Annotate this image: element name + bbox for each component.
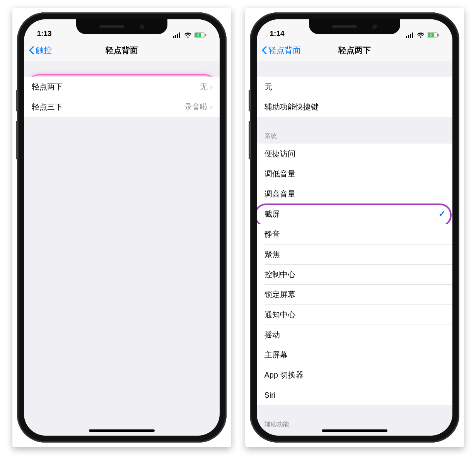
phone-frame-left: 1:13 触控 轻点背面 轻点两下 无 › xyxy=(17,12,227,443)
svg-rect-10 xyxy=(412,32,413,38)
row-shake[interactable]: 摇动 xyxy=(257,325,452,345)
row-reachability[interactable]: 便捷访问 xyxy=(257,144,452,164)
group-top: 无 辅助功能快捷键 xyxy=(257,77,452,117)
notch xyxy=(309,19,400,34)
chevron-right-icon: › xyxy=(210,82,213,91)
row-label: 锁定屏幕 xyxy=(264,289,295,300)
back-label: 触控 xyxy=(36,45,52,56)
checkmark-icon: ✓ xyxy=(438,209,445,219)
row-volume-up[interactable]: 调高音量 xyxy=(257,184,452,204)
row-siri[interactable]: Siri xyxy=(257,385,452,405)
row-label: 控制中心 xyxy=(264,269,295,280)
row-a11y-shortcut[interactable]: 辅助功能快捷键 xyxy=(257,97,452,117)
row-label: 调高音量 xyxy=(264,189,295,199)
svg-rect-0 xyxy=(173,36,174,38)
content: 无 辅助功能快捷键 系统 便捷访问 调低音量 调高音量 截屏 xyxy=(257,61,452,436)
battery-icon xyxy=(427,32,439,38)
svg-rect-3 xyxy=(179,32,180,38)
row-mute[interactable]: 静音 xyxy=(257,224,452,244)
svg-rect-5 xyxy=(205,34,206,36)
svg-rect-2 xyxy=(177,34,178,38)
status-right xyxy=(406,32,439,38)
group-title-system: 系统 xyxy=(257,132,452,144)
back-label: 轻点背面 xyxy=(268,45,301,56)
row-app-switcher[interactable]: App 切换器 xyxy=(257,365,452,385)
status-time: 1:14 xyxy=(270,29,285,38)
row-triple-tap[interactable]: 轻点三下 录音啦 › xyxy=(24,97,220,117)
svg-rect-9 xyxy=(410,34,411,38)
right-card: 1:14 轻点背面 轻点两下 无 辅助功能快捷键 xyxy=(245,8,464,447)
page-title: 轻点背面 xyxy=(24,45,220,56)
row-label: App 切换器 xyxy=(264,370,304,380)
row-value: 无 › xyxy=(200,82,213,92)
row-label: 便捷访问 xyxy=(264,149,295,159)
row-label: 调低音量 xyxy=(264,169,295,179)
battery-icon xyxy=(194,32,206,38)
wifi-icon xyxy=(417,32,425,38)
status-time: 1:13 xyxy=(37,29,52,38)
home-indicator[interactable] xyxy=(322,429,387,432)
notch xyxy=(76,19,167,34)
nav-header: 触控 轻点背面 xyxy=(24,39,220,61)
row-label: Siri xyxy=(264,391,276,400)
content: 轻点两下 无 › 轻点三下 录音啦 › xyxy=(24,61,220,436)
screen-right: 1:14 轻点背面 轻点两下 无 辅助功能快捷键 xyxy=(257,19,452,436)
row-screenshot[interactable]: 截屏 ✓ xyxy=(257,204,452,224)
signal-icon xyxy=(173,32,182,38)
row-value: 录音啦 › xyxy=(184,102,213,112)
row-notification-center[interactable]: 通知中心 xyxy=(257,304,452,325)
row-volume-down[interactable]: 调低音量 xyxy=(257,164,452,184)
svg-rect-12 xyxy=(438,34,439,36)
signal-icon xyxy=(406,32,415,38)
row-label: 主屏幕 xyxy=(264,350,288,360)
row-label: 无 xyxy=(264,82,272,92)
options-group: 轻点两下 无 › 轻点三下 录音啦 › xyxy=(24,77,220,117)
row-lock-screen[interactable]: 锁定屏幕 xyxy=(257,284,452,304)
group-system: 系统 便捷访问 调低音量 调高音量 截屏 ✓ 静音 xyxy=(257,132,452,405)
chevron-right-icon: › xyxy=(210,103,213,111)
wifi-icon xyxy=(184,32,192,38)
row-label: 摇动 xyxy=(264,330,280,340)
row-home[interactable]: 主屏幕 xyxy=(257,345,452,365)
row-label: 轻点两下 xyxy=(32,82,63,92)
svg-rect-1 xyxy=(175,35,176,38)
status-right xyxy=(173,32,206,38)
back-button[interactable]: 轻点背面 xyxy=(257,45,301,56)
row-label: 截屏 xyxy=(264,209,280,219)
row-none[interactable]: 无 xyxy=(257,77,452,97)
svg-rect-8 xyxy=(408,35,409,38)
back-button[interactable]: 触控 xyxy=(24,45,52,56)
row-spotlight[interactable]: 聚焦 xyxy=(257,244,452,264)
row-control-center[interactable]: 控制中心 xyxy=(257,264,452,284)
row-label: 辅助功能快捷键 xyxy=(264,102,319,112)
left-card: 1:13 触控 轻点背面 轻点两下 无 › xyxy=(12,8,231,447)
row-label: 轻点三下 xyxy=(32,102,63,112)
row-label: 通知中心 xyxy=(264,310,295,320)
home-indicator[interactable] xyxy=(89,429,155,432)
row-double-tap[interactable]: 轻点两下 无 › xyxy=(24,77,220,97)
nav-header: 轻点背面 轻点两下 xyxy=(257,39,452,61)
chevron-left-icon xyxy=(261,46,267,55)
screen-left: 1:13 触控 轻点背面 轻点两下 无 › xyxy=(24,19,220,436)
row-label: 聚焦 xyxy=(264,249,280,260)
chevron-left-icon xyxy=(29,46,34,55)
svg-rect-7 xyxy=(406,36,407,38)
phone-frame-right: 1:14 轻点背面 轻点两下 无 辅助功能快捷键 xyxy=(250,12,459,443)
row-label: 静音 xyxy=(264,229,280,239)
